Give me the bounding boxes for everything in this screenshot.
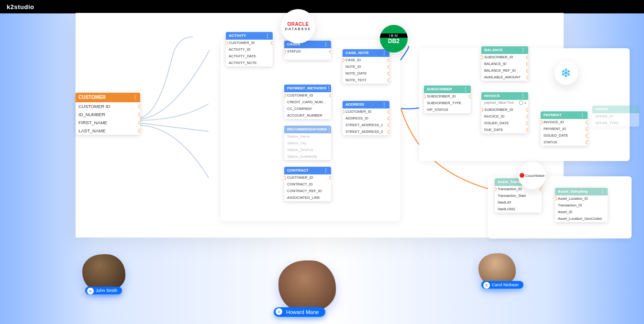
table-recommendations[interactable]: RECOMMENDATIONS⋮ Station_Name Station_Ci…	[284, 126, 331, 160]
table-header[interactable]: CASE_NOTE⋮	[343, 49, 389, 57]
table-offer[interactable]: OFFER⋮ OFFER_ID OFFER_TYPE	[592, 106, 639, 127]
table-menu-icon[interactable]: ⋮	[133, 93, 137, 102]
field[interactable]: BALANCE_REF_ID	[481, 67, 528, 74]
field[interactable]: StartLONG	[495, 206, 542, 213]
field[interactable]: FIRST_NAME	[76, 119, 140, 127]
field[interactable]: CUSTOMER_ID	[343, 108, 389, 115]
field[interactable]: STATUS	[541, 139, 588, 146]
table-contract[interactable]: CONTRACT⋮ CUSTOMER_ID CONTRACT_ID CONTRA…	[284, 167, 331, 201]
table-address[interactable]: ADDRESS⋮ CUSTOMER_ID ADDRESS_ID STREET_A…	[343, 101, 389, 135]
field[interactable]: BALANCE_ID	[481, 61, 528, 67]
field[interactable]: SUBSCRIBER_ID	[481, 107, 528, 113]
field[interactable]: SUBSCRIBER_ID	[424, 93, 471, 100]
field[interactable]: NOTE_ID	[343, 64, 389, 70]
field[interactable]: Transaction_Start	[495, 193, 542, 199]
field[interactable]: Asset_Location_ID	[555, 195, 608, 202]
field[interactable]: DUE_DATE	[481, 127, 528, 133]
field[interactable]: ISSUED_DATE	[481, 120, 528, 127]
table-subscriber[interactable]: SUBSCRIBER⋮ SUBSCRIBER_ID SUBSCRIBER_TYP…	[424, 86, 471, 113]
field[interactable]: STATUS	[284, 48, 331, 55]
table-menu-icon[interactable]: ⋮	[580, 111, 585, 119]
table-cases[interactable]: CASES⋮ STATUS	[284, 41, 331, 60]
table-payment-methods[interactable]: PAYMENT_METHODS⋮ CUSTOMER_ID CREDIT_CARD…	[284, 85, 331, 119]
table-header[interactable]: PAYMENT_METHODS⋮	[284, 85, 331, 92]
field[interactable]: ID_NUMBER	[76, 110, 140, 119]
field[interactable]: Station_Name	[284, 133, 331, 140]
person-name-pill[interactable]: Carol Nickson	[481, 281, 523, 289]
table-menu-icon[interactable]: ⋮	[326, 85, 331, 92]
field[interactable]: Asset_Location_GeoCoded	[555, 216, 608, 222]
field[interactable]: StartLAT	[495, 199, 542, 206]
table-invoice[interactable]: INVOICE⋮ payload_Value:True 4 SUBSCRIBER…	[481, 92, 528, 133]
field[interactable]: CONTRACT_ID	[284, 181, 331, 188]
table-header[interactable]: INVOICE⋮	[481, 92, 528, 100]
field[interactable]: Station_Availability	[284, 153, 331, 160]
table-menu-icon[interactable]: ⋮	[265, 32, 270, 40]
table-balance[interactable]: BALANCE⋮ SUBSCRIBER_ID BALANCE_ID BALANC…	[481, 46, 528, 81]
field[interactable]: CONTRACT_REF_ID	[284, 188, 331, 194]
table-header[interactable]: PAYMENT⋮	[541, 111, 588, 119]
field[interactable]: LAST_NAME	[76, 127, 140, 135]
table-header[interactable]: ADDRESS⋮	[343, 101, 389, 108]
table-header[interactable]: OFFER⋮	[592, 106, 639, 113]
field[interactable]: ADDRESS_ID	[343, 115, 389, 122]
studio-canvas: CUSTOMER ⋮ CUSTOMER ID ID_NUMBER FIRST_N…	[76, 13, 564, 238]
field[interactable]: OFFER_ID	[592, 113, 639, 120]
field[interactable]: STREET_ADDRESS_2	[343, 129, 389, 135]
table-header[interactable]: Asset_Sampling⋮	[555, 188, 608, 195]
table-header[interactable]: RECOMMENDATIONS⋮	[284, 126, 331, 133]
field[interactable]: CUSTOMER_ID	[226, 40, 273, 46]
field[interactable]: CREDIT_CARD_NUMBER	[284, 99, 331, 106]
field[interactable]: ACTIVITY_ID	[226, 46, 273, 53]
field[interactable]: Transaction_ID	[555, 202, 608, 209]
table-header[interactable]: CONTRACT⋮	[284, 167, 331, 174]
field[interactable]: INVOICE_ID	[541, 119, 588, 126]
field[interactable]: CUSTOMER_ID	[284, 174, 331, 181]
field[interactable]: ACTIVITY_DATE	[226, 53, 273, 60]
invoice-checkbox[interactable]: 4	[519, 101, 526, 105]
field[interactable]: ACTIVITY_NOTE	[226, 60, 273, 66]
field[interactable]: ACCOUNT_NUMBER	[284, 112, 331, 119]
table-menu-icon[interactable]: ⋮	[323, 41, 328, 48]
field[interactable]: ASSOCIATED_LINE	[284, 194, 331, 201]
field[interactable]: CC_COMPANY	[284, 106, 331, 112]
person-name-pill[interactable]: John Smith	[85, 287, 122, 294]
field[interactable]: INVOICE_ID	[481, 113, 528, 120]
field[interactable]: NOTE_TEXT	[343, 77, 389, 84]
table-menu-icon[interactable]: ⋮	[463, 86, 468, 93]
person-name-pill[interactable]: Howard Mane	[274, 307, 325, 317]
table-menu-icon[interactable]: ⋮	[521, 46, 525, 54]
table-header[interactable]: BALANCE⋮	[481, 46, 528, 54]
field[interactable]: NOTE_DATE	[343, 70, 389, 77]
checkbox-icon[interactable]	[519, 101, 523, 105]
field[interactable]: CUSTOMER_ID	[284, 92, 331, 99]
table-case-note[interactable]: CASE_NOTE⋮ CASE_ID NOTE_ID NOTE_DATE NOT…	[343, 49, 389, 84]
table-menu-icon[interactable]: ⋮	[323, 167, 328, 174]
table-header[interactable]: ACTIVITY⋮	[226, 32, 273, 40]
field[interactable]: PAYMENT_ID	[541, 126, 588, 132]
field[interactable]: OFFER_TYPE	[592, 120, 639, 127]
table-header[interactable]: CUSTOMER ⋮	[76, 93, 140, 102]
table-header[interactable]: SUBSCRIBER⋮	[424, 86, 471, 93]
field[interactable]: Asset_ID	[555, 209, 608, 216]
field[interactable]: CASE_ID	[343, 57, 389, 64]
table-menu-icon[interactable]: ⋮	[327, 126, 332, 133]
field[interactable]: CUSTOMER ID	[76, 102, 140, 110]
table-customer[interactable]: CUSTOMER ⋮ CUSTOMER ID ID_NUMBER FIRST_N…	[76, 93, 140, 135]
table-menu-icon[interactable]: ⋮	[600, 188, 605, 195]
table-asset-sampling[interactable]: Asset_Sampling⋮ Asset_Location_ID Transa…	[555, 188, 608, 222]
field[interactable]: Station_City	[284, 140, 331, 147]
field[interactable]: STREET_ADDRESS_1	[343, 122, 389, 129]
field[interactable]: Station_GeoPos	[284, 147, 331, 153]
table-activity[interactable]: ACTIVITY⋮ CUSTOMER_ID ACTIVITY_ID ACTIVI…	[226, 32, 273, 66]
field[interactable]: ISSUED_DATE	[541, 132, 588, 139]
field[interactable]: SUBSCRIBER_ID	[481, 54, 528, 61]
table-menu-icon[interactable]: ⋮	[632, 106, 636, 113]
field[interactable]: VIP_STATUS	[424, 107, 471, 113]
table-menu-icon[interactable]: ⋮	[521, 92, 525, 100]
table-payment[interactable]: PAYMENT⋮ INVOICE_ID PAYMENT_ID ISSUED_DA…	[541, 111, 588, 146]
table-menu-icon[interactable]: ⋮	[382, 101, 387, 108]
field[interactable]: AVAILABLE_AMOUNT	[481, 74, 528, 81]
table-title: SUBSCRIBER	[427, 86, 452, 93]
field[interactable]: SUBSCRIBER_TYPE	[424, 100, 471, 107]
